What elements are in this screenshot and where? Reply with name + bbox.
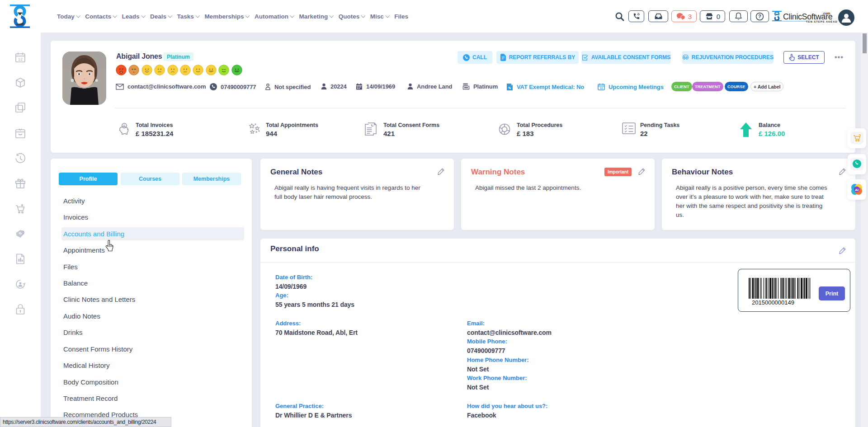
svg-text:12: 12: [18, 57, 23, 61]
svg-text:%: %: [508, 86, 511, 89]
svg-text:AI: AI: [855, 188, 859, 192]
svg-text:$: $: [123, 124, 126, 128]
svg-text:12: 12: [600, 87, 603, 89]
svg-text:?: ?: [758, 14, 761, 19]
